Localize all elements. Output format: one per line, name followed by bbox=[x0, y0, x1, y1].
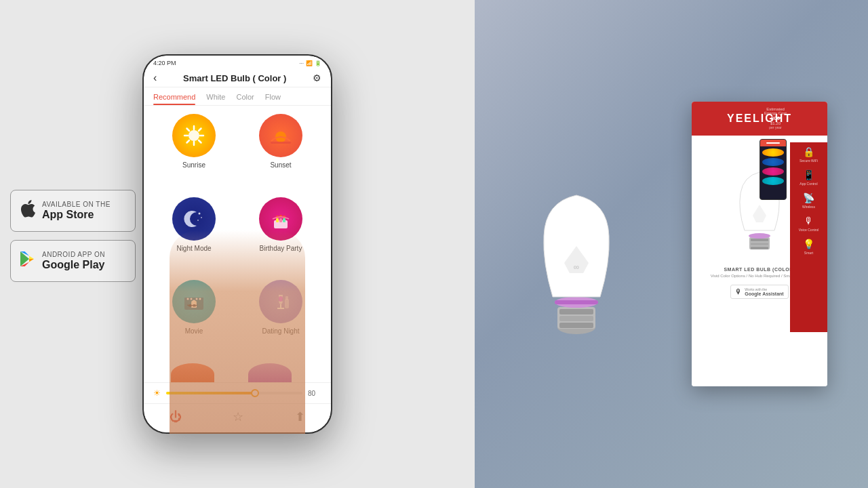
status-time: 4:20 PM bbox=[153, 60, 176, 66]
svg-rect-46 bbox=[559, 323, 593, 328]
googleplay-badge[interactable]: ANDROID APP ON Google Play bbox=[10, 240, 136, 282]
bulb-svg: ∞ bbox=[515, 127, 637, 358]
sunset-icon bbox=[259, 114, 302, 157]
phone-mockup: 4:20 PM ··· 📶 🔋 ‹ Smart LED Bulb ( Color… bbox=[142, 54, 332, 434]
sunrise-label: Sunrise bbox=[182, 161, 205, 169]
svg-point-13 bbox=[201, 217, 202, 218]
svg-line-9 bbox=[187, 140, 190, 143]
svg-rect-48 bbox=[555, 300, 598, 304]
svg-point-14 bbox=[197, 220, 199, 221]
left-panel: Available on the App Store ANDROID APP O… bbox=[0, 0, 475, 488]
feature-app: 📱 App Control bbox=[800, 169, 817, 186]
svg-line-6 bbox=[187, 129, 190, 131]
apple-icon bbox=[19, 199, 35, 223]
appstore-large-text: App Store bbox=[42, 208, 111, 221]
svg-point-1 bbox=[189, 130, 199, 141]
feature-wireless: 📡 Wireless bbox=[802, 192, 815, 209]
googleplay-large-text: Google Play bbox=[42, 258, 105, 271]
svg-rect-52 bbox=[751, 243, 768, 245]
svg-text:∞: ∞ bbox=[574, 262, 580, 272]
svg-rect-16 bbox=[276, 218, 279, 222]
googleplay-small-text: ANDROID APP ON bbox=[42, 251, 105, 258]
svg-rect-45 bbox=[559, 316, 593, 321]
status-bar: 4:20 PM ··· 📶 🔋 bbox=[144, 56, 331, 68]
appstore-text: Available on the App Store bbox=[42, 201, 111, 221]
standalone-bulb-container: ∞ bbox=[515, 127, 637, 361]
tabs-bar: Recommend White Color Flow bbox=[144, 87, 331, 106]
svg-point-54 bbox=[749, 233, 770, 239]
box-top: YEELIGHT Estimated Energy Cost 800 $1.20… bbox=[692, 102, 827, 136]
box-features: 🔒 Secure WiFi 📱 App Control 📡 Wireless 🎙… bbox=[790, 142, 827, 332]
svg-point-12 bbox=[199, 212, 201, 214]
status-icons: ··· 📶 🔋 bbox=[299, 60, 321, 66]
hand-image bbox=[170, 230, 305, 434]
tab-recommend[interactable]: Recommend bbox=[153, 90, 195, 105]
tab-color[interactable]: Color bbox=[236, 90, 254, 105]
sunset-label: Sunset bbox=[270, 161, 291, 169]
appstore-badge[interactable]: Available on the App Store bbox=[10, 190, 136, 232]
right-panel: ∞ YEELIGHT Estimated Energy Cost 800 $1.… bbox=[475, 0, 868, 488]
svg-rect-11 bbox=[271, 142, 291, 144]
feature-wifi: 🔒 Secure WiFi bbox=[800, 146, 818, 163]
product-box: YEELIGHT Estimated Energy Cost 800 $1.20… bbox=[692, 102, 827, 386]
feature-smart: 💡 Smart bbox=[803, 239, 814, 255]
brightness-icon: ☀ bbox=[153, 388, 161, 398]
svg-rect-18 bbox=[283, 218, 285, 222]
svg-line-7 bbox=[199, 140, 201, 143]
googleplay-icon bbox=[19, 250, 35, 272]
googleplay-text: ANDROID APP ON Google Play bbox=[42, 251, 105, 271]
feature-voice: 🎙 Voice Control bbox=[799, 216, 819, 232]
svg-line-8 bbox=[199, 129, 201, 131]
svg-rect-44 bbox=[559, 309, 593, 314]
back-button[interactable]: ‹ bbox=[153, 72, 157, 84]
badges-container: Available on the App Store ANDROID APP O… bbox=[10, 190, 136, 282]
scene-sunset[interactable]: Sunset bbox=[241, 114, 320, 189]
app-header: ‹ Smart LED Bulb ( Color ) ⚙ bbox=[144, 68, 331, 87]
tab-white[interactable]: White bbox=[206, 90, 225, 105]
settings-icon[interactable]: ⚙ bbox=[313, 73, 321, 83]
app-title: Smart LED Bulb ( Color ) bbox=[183, 73, 286, 83]
brightness-value: 80 bbox=[308, 390, 321, 397]
appstore-small-text: Available on the bbox=[42, 201, 111, 208]
scene-sunrise[interactable]: Sunrise bbox=[155, 114, 233, 189]
svg-rect-51 bbox=[751, 239, 768, 241]
sunrise-icon bbox=[172, 114, 216, 157]
svg-rect-53 bbox=[751, 247, 768, 249]
tab-flow[interactable]: Flow bbox=[265, 90, 281, 105]
svg-rect-17 bbox=[279, 218, 282, 222]
